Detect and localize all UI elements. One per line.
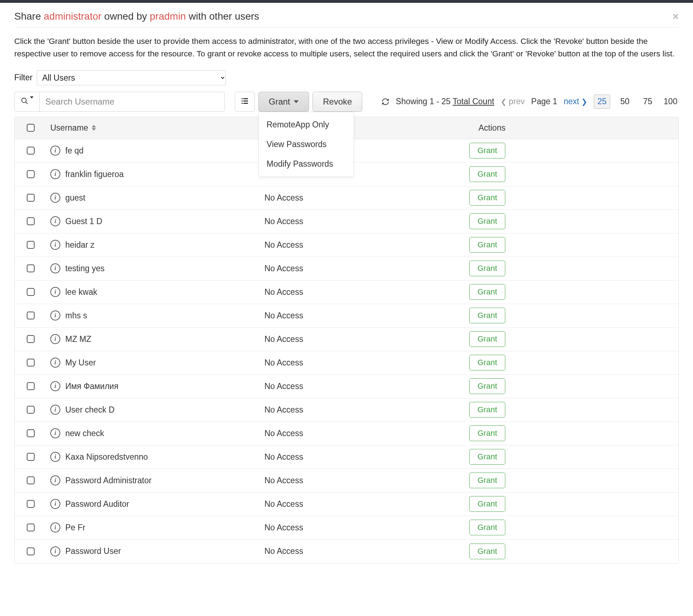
- info-icon[interactable]: i: [50, 452, 60, 462]
- grant-row-button[interactable]: Grant: [469, 402, 505, 418]
- page-size-50[interactable]: 50: [617, 95, 633, 109]
- username-cell: itesting yes: [47, 263, 264, 273]
- row-checkbox[interactable]: [27, 312, 35, 319]
- revoke-button[interactable]: Revoke: [313, 92, 362, 112]
- info-icon[interactable]: i: [50, 428, 60, 438]
- table-row: iGuest 1 DNo AccessGrant: [15, 210, 678, 233]
- total-count-link[interactable]: Total Count: [453, 97, 494, 106]
- username-cell: iUser check D: [47, 405, 264, 415]
- info-icon[interactable]: i: [50, 216, 60, 226]
- grant-option-modify-passwords[interactable]: Modify Passwords: [259, 154, 354, 174]
- row-checkbox[interactable]: [27, 194, 35, 202]
- prev-page[interactable]: ❮ prev: [501, 97, 525, 106]
- row-checkbox[interactable]: [27, 406, 35, 414]
- grant-option-remoteapp[interactable]: RemoteApp Only: [259, 115, 354, 135]
- info-icon[interactable]: i: [50, 381, 60, 391]
- grant-row-button[interactable]: Grant: [469, 544, 505, 559]
- actions-cell: Grant: [464, 496, 678, 512]
- info-icon[interactable]: i: [50, 240, 60, 250]
- grant-row-button[interactable]: Grant: [469, 237, 505, 253]
- info-icon[interactable]: i: [50, 546, 60, 556]
- access-cell: No Access: [264, 358, 464, 368]
- access-cell: No Access: [264, 334, 464, 344]
- chevron-right-icon: ❯: [581, 97, 587, 106]
- row-checkbox[interactable]: [27, 147, 35, 155]
- grant-row-button[interactable]: Grant: [469, 213, 505, 229]
- actions-cell: Grant: [464, 166, 678, 182]
- prev-label: prev: [509, 97, 525, 106]
- grant-option-view-passwords[interactable]: View Passwords: [259, 135, 354, 154]
- username-column-header[interactable]: Username: [47, 123, 264, 133]
- row-checkbox[interactable]: [27, 429, 35, 437]
- list-icon: [241, 97, 249, 106]
- row-checkbox[interactable]: [27, 217, 35, 225]
- info-icon[interactable]: i: [50, 287, 60, 297]
- page-size-100[interactable]: 100: [662, 95, 679, 109]
- grant-row-button[interactable]: Grant: [469, 378, 505, 394]
- info-icon[interactable]: i: [50, 169, 60, 179]
- row-checkbox[interactable]: [27, 288, 35, 296]
- info-icon[interactable]: i: [50, 310, 60, 320]
- select-all-checkbox[interactable]: [27, 124, 35, 132]
- row-checkbox[interactable]: [27, 476, 35, 484]
- page-size-75[interactable]: 75: [639, 95, 656, 109]
- row-checkbox[interactable]: [27, 335, 35, 343]
- filter-select[interactable]: All Users: [37, 70, 226, 85]
- row-checkbox[interactable]: [27, 500, 35, 508]
- grant-row-button[interactable]: Grant: [469, 308, 505, 323]
- grant-row-button[interactable]: Grant: [469, 473, 505, 488]
- info-icon[interactable]: i: [50, 193, 60, 203]
- info-icon[interactable]: i: [50, 475, 60, 485]
- grant-row-button[interactable]: Grant: [469, 496, 505, 512]
- row-checkbox[interactable]: [27, 359, 35, 367]
- page-size-25[interactable]: 25: [594, 95, 610, 109]
- username-cell: iPassword User: [47, 546, 264, 556]
- username-text: guest: [65, 193, 85, 203]
- search-input[interactable]: [39, 92, 225, 112]
- row-checkbox[interactable]: [27, 264, 35, 272]
- grant-row-button[interactable]: Grant: [469, 520, 505, 535]
- refresh-button[interactable]: [381, 98, 389, 106]
- row-checkbox[interactable]: [27, 382, 35, 390]
- close-icon[interactable]: ×: [672, 11, 679, 22]
- grant-row-button[interactable]: Grant: [469, 261, 505, 276]
- access-cell: No Access: [264, 311, 464, 320]
- info-icon[interactable]: i: [50, 146, 60, 156]
- table-row: iPassword UserNo AccessGrant: [15, 540, 678, 563]
- info-icon[interactable]: i: [50, 358, 60, 368]
- grant-row-button[interactable]: Grant: [469, 284, 505, 300]
- grant-row-button[interactable]: Grant: [469, 143, 505, 158]
- grant-row-button[interactable]: Grant: [469, 166, 505, 182]
- app-topbar: [0, 0, 693, 3]
- info-icon[interactable]: i: [50, 522, 60, 532]
- actions-cell: Grant: [464, 378, 678, 394]
- grant-row-button[interactable]: Grant: [469, 425, 505, 441]
- username-header-label: Username: [50, 123, 88, 133]
- search-icon-button[interactable]: [14, 92, 39, 112]
- info-icon[interactable]: i: [50, 334, 60, 344]
- row-checkbox-cell: [15, 147, 47, 155]
- row-checkbox-cell: [15, 194, 47, 202]
- row-checkbox-cell: [15, 264, 47, 272]
- next-page[interactable]: next ❯: [564, 97, 587, 106]
- row-checkbox[interactable]: [27, 170, 35, 178]
- row-checkbox[interactable]: [27, 241, 35, 249]
- list-view-button[interactable]: [235, 92, 255, 112]
- info-icon[interactable]: i: [50, 499, 60, 509]
- header-checkbox-cell: [15, 124, 47, 132]
- grant-button[interactable]: Grant: [258, 92, 309, 112]
- info-icon[interactable]: i: [50, 405, 60, 415]
- grant-row-button[interactable]: Grant: [469, 449, 505, 465]
- title-part-1: Share: [14, 11, 44, 22]
- svg-rect-6: [242, 103, 243, 104]
- row-checkbox[interactable]: [27, 547, 35, 555]
- username-cell: imhs s: [47, 310, 264, 320]
- grant-row-button[interactable]: Grant: [469, 331, 505, 347]
- username-text: Password Auditor: [65, 499, 129, 509]
- grant-row-button[interactable]: Grant: [469, 190, 505, 206]
- row-checkbox[interactable]: [27, 524, 35, 531]
- grant-row-button[interactable]: Grant: [469, 355, 505, 370]
- row-checkbox[interactable]: [27, 453, 35, 461]
- svg-rect-4: [242, 101, 243, 102]
- info-icon[interactable]: i: [50, 263, 60, 273]
